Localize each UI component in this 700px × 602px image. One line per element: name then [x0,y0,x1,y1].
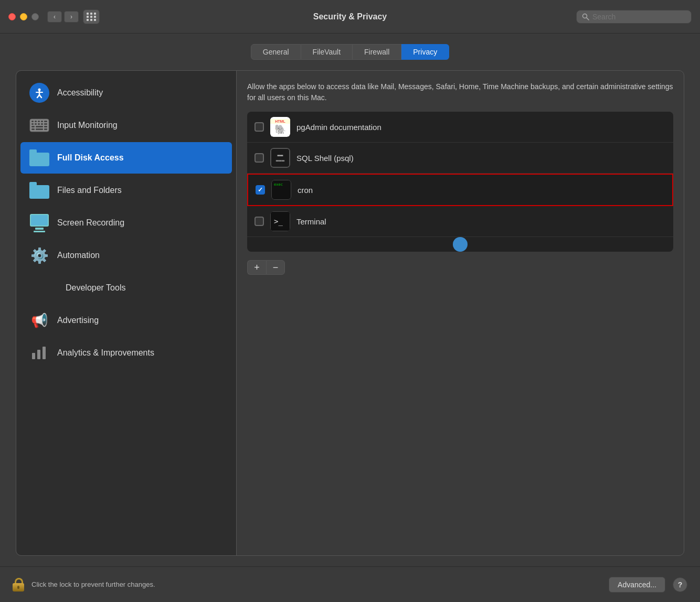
svg-rect-15 [38,123,40,125]
cron-checkbox[interactable] [256,185,265,195]
cron-icon: exec [271,180,291,200]
svg-rect-17 [44,123,47,125]
app-item-cron[interactable]: exec cron [247,174,673,206]
close-button[interactable] [8,13,16,20]
sidebar-item-screen-recording[interactable]: Screen Recording [20,207,232,239]
gear-icon: ⚙️ [29,245,50,266]
sidebar-item-label: Input Monitoring [57,121,118,130]
keyboard-icon [29,115,50,136]
svg-rect-13 [31,123,34,125]
megaphone-icon: 📢 [29,310,50,331]
lock-keyhole [17,586,19,589]
sidebar-item-label: Developer Tools [57,283,125,293]
sidebar-item-full-disk-access[interactable]: Full Disk Access [20,142,232,174]
main-content: General FileVault Firewall Privacy [0,34,700,566]
terminal-checkbox[interactable] [254,217,264,226]
svg-rect-18 [31,126,35,127]
pgadmin-checkbox[interactable] [254,122,264,132]
svg-rect-25 [37,350,40,359]
search-icon [582,13,589,20]
remove-button[interactable]: − [266,260,285,275]
sidebar-item-label: Accessibility [57,88,103,98]
svg-rect-24 [32,353,35,359]
forward-button[interactable]: › [64,11,79,23]
svg-rect-9 [35,121,37,122]
grid-dots-icon [87,13,97,21]
sidebar-item-label: Automation [57,251,100,260]
app-list: HTML 🐘 pgAdmin documentation ▬▬ ▬▬▬ [247,112,673,252]
barchart-icon [29,342,50,363]
svg-rect-8 [31,121,34,122]
tab-privacy[interactable]: Privacy [401,44,449,60]
minimize-button[interactable] [20,13,27,20]
pgadmin-name: pgAdmin documentation [296,123,381,132]
tab-general[interactable]: General [251,44,301,60]
window-title: Security & Privacy [313,12,387,22]
svg-rect-16 [41,123,43,125]
sqlshell-name: SQL Shell (psql) [296,154,354,163]
sidebar-item-label: Full Disk Access [57,153,124,163]
add-button[interactable]: + [247,260,266,275]
svg-rect-23 [44,128,47,130]
advanced-button[interactable]: Advanced... [609,577,665,593]
sidebar-item-analytics[interactable]: Analytics & Improvements [20,337,232,369]
svg-rect-11 [41,121,43,122]
back-button[interactable]: ‹ [47,11,62,23]
bottom-bar: Click the lock to prevent further change… [0,566,700,602]
description-text: Allow the apps below to access data like… [247,81,673,103]
svg-rect-14 [35,123,37,125]
sidebar-item-files-and-folders[interactable]: Files and Folders [20,175,232,206]
nav-buttons: ‹ › [47,11,79,23]
sidebar-item-developer-tools[interactable]: Developer Tools [20,272,232,304]
svg-rect-21 [31,128,35,130]
lock-shackle [15,578,23,583]
monitor-icon [29,212,50,233]
tab-filevault[interactable]: FileVault [301,44,353,60]
sidebar: Accessibility [16,71,237,555]
lock-text: Click the lock to prevent further change… [31,580,601,588]
sidebar-item-label: Files and Folders [57,186,122,195]
svg-rect-12 [44,121,47,122]
terminal-icon: >_ [270,211,290,231]
pgadmin-icon: HTML 🐘 [270,117,290,137]
help-button[interactable]: ? [673,577,687,592]
sidebar-item-label: Screen Recording [57,218,124,228]
svg-rect-19 [36,126,43,127]
partial-indicator [453,237,468,252]
sqlshell-icon: ▬▬ ▬▬▬ [270,148,290,168]
svg-rect-22 [36,128,43,130]
tab-bar: General FileVault Firewall Privacy [16,44,684,60]
app-item-partial [247,237,673,252]
svg-rect-26 [43,347,46,359]
sidebar-item-advertising[interactable]: 📢 Advertising [20,305,232,336]
app-item-terminal[interactable]: >_ Terminal [247,206,673,237]
search-input[interactable] [592,13,686,21]
sidebar-item-input-monitoring[interactable]: Input Monitoring [20,110,232,141]
accessibility-icon [29,82,50,103]
developer-tools-icon [29,277,50,298]
search-bar[interactable] [576,10,692,24]
tab-firewall[interactable]: Firewall [353,44,401,60]
svg-line-6 [39,95,41,98]
sidebar-item-accessibility[interactable]: Accessibility [20,77,232,109]
right-panel: Allow the apps below to access data like… [237,71,684,555]
app-item-pgadmin[interactable]: HTML 🐘 pgAdmin documentation [247,112,673,143]
terminal-name: Terminal [296,217,326,226]
content-panel: Accessibility [16,70,684,556]
svg-line-1 [587,17,589,20]
cron-name: cron [298,186,313,195]
folder2-icon [29,180,50,201]
lock-body [13,583,24,592]
add-remove-buttons: + − [247,260,673,275]
sidebar-item-automation[interactable]: ⚙️ Automation [20,240,232,271]
sqlshell-checkbox[interactable] [254,153,264,163]
lock-icon[interactable] [13,578,24,592]
svg-point-27 [457,241,463,248]
app-item-sqlshell[interactable]: ▬▬ ▬▬▬ SQL Shell (psql) [247,143,673,174]
app-grid-button[interactable] [83,9,100,24]
fullscreen-button[interactable] [31,13,39,20]
sidebar-item-label: Analytics & Improvements [57,348,154,358]
titlebar: ‹ › Security & Privacy [0,0,700,34]
svg-rect-20 [44,126,47,127]
svg-rect-10 [38,121,40,122]
